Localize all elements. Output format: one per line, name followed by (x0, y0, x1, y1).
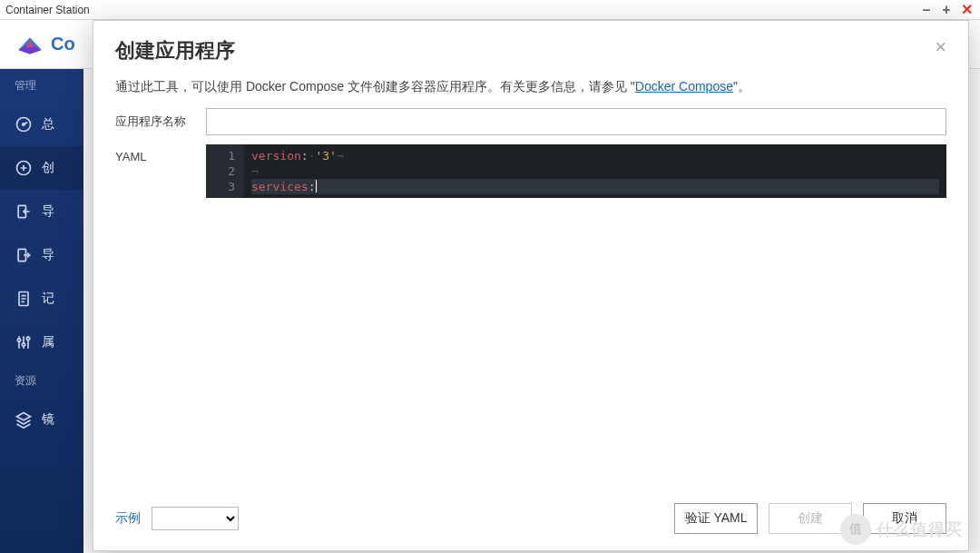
app-logo-icon (16, 34, 44, 55)
validate-yaml-button[interactable]: 验证 YAML (674, 503, 758, 534)
modal-description: 通过此工具，可以使用 Docker Compose 文件创建多容器应用程序。有关… (115, 79, 946, 95)
editor-cursor (316, 180, 317, 193)
editor-content[interactable]: version:·'3'¬ ¬ services: (244, 144, 946, 198)
window-close-button[interactable]: ✕ (956, 1, 976, 18)
app-logo: Co (0, 34, 75, 55)
app-name-input[interactable] (206, 108, 946, 135)
editor-gutter: 1 2 3 (206, 144, 244, 198)
modal-footer: 示例 验证 YAML 创建 取消 (93, 490, 968, 550)
window-title: Container Station (4, 4, 916, 16)
docker-compose-link[interactable]: Docker Compose (635, 79, 733, 94)
label-yaml: YAML (115, 144, 191, 163)
app-name: Co (51, 34, 75, 54)
form-row-yaml: YAML 1 2 3 version:·'3'¬ ¬ services: (115, 144, 946, 481)
create-button[interactable]: 创建 (769, 503, 852, 534)
modal-title: 创建应用程序 (115, 37, 935, 64)
window-maximize-button[interactable]: + (936, 2, 956, 18)
create-application-modal: 创建应用程序 × 通过此工具，可以使用 Docker Compose 文件创建多… (93, 20, 969, 551)
modal-close-button[interactable]: × (935, 37, 946, 57)
modal-body: 通过此工具，可以使用 Docker Compose 文件创建多容器应用程序。有关… (93, 68, 968, 490)
example-select[interactable] (152, 507, 239, 530)
window-titlebar: Container Station – + ✕ (0, 0, 980, 20)
code-line: services: (251, 179, 939, 194)
code-line: version:·'3'¬ (251, 148, 939, 163)
yaml-editor[interactable]: 1 2 3 version:·'3'¬ ¬ services: (206, 144, 946, 198)
window-minimize-button[interactable]: – (916, 2, 936, 18)
example-link[interactable]: 示例 (115, 510, 141, 527)
code-line: ¬ (251, 163, 939, 179)
modal-header: 创建应用程序 × (93, 21, 968, 68)
form-row-name: 应用程序名称 (115, 108, 946, 135)
label-app-name: 应用程序名称 (115, 108, 191, 130)
cancel-button[interactable]: 取消 (863, 503, 946, 534)
